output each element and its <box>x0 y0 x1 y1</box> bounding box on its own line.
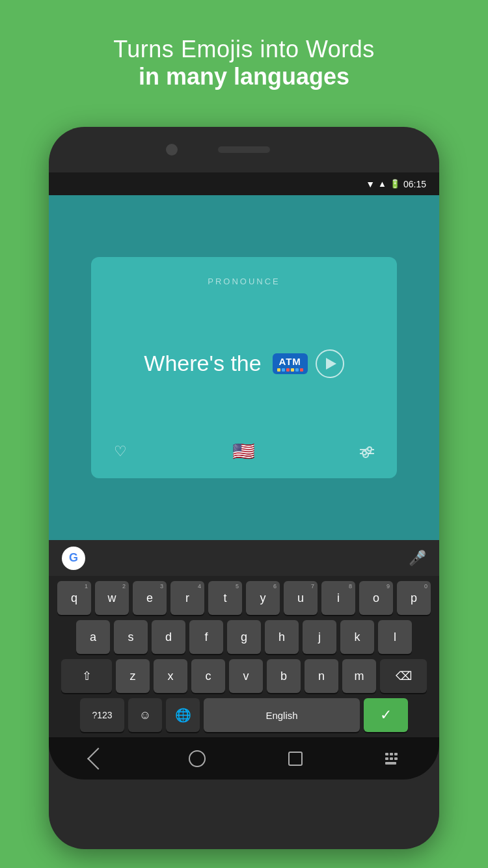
key-p[interactable]: p0 <box>397 581 431 615</box>
nav-recents-button[interactable] <box>288 752 303 766</box>
key-i[interactable]: i8 <box>321 581 355 615</box>
phone-frame: ▼ ▲ 🔋 06:15 PRONOUNCE Where's the ATM <box>49 127 439 849</box>
key-y[interactable]: y6 <box>246 581 280 615</box>
pronounce-card: PRONOUNCE Where's the ATM <box>91 257 397 478</box>
header-line1: Turns Emojis into Words <box>0 36 488 63</box>
keyboard: q1 w2 e3 r4 t5 y6 u7 i8 o9 p0 a s d f g … <box>49 576 439 737</box>
key-e[interactable]: e3 <box>133 581 167 615</box>
key-z[interactable]: z <box>116 659 150 693</box>
atm-dot-4 <box>291 368 294 372</box>
shift-key[interactable]: ⇧ <box>61 659 112 693</box>
key-b[interactable]: b <box>267 659 301 693</box>
settings-line-1 <box>360 449 374 450</box>
settings-button[interactable] <box>360 449 374 454</box>
google-logo: G <box>62 547 85 570</box>
card-content: Where's the ATM <box>144 349 344 378</box>
atm-dot-1 <box>277 368 280 372</box>
phone-nav <box>49 737 439 780</box>
space-key[interactable]: English <box>204 698 360 732</box>
atm-dot-5 <box>295 368 299 372</box>
key-n[interactable]: n <box>305 659 338 693</box>
key-f[interactable]: f <box>189 620 223 654</box>
key-g[interactable]: g <box>227 620 261 654</box>
enter-key[interactable]: ✓ <box>364 698 408 732</box>
battery-icon: 🔋 <box>390 179 400 189</box>
key-a[interactable]: a <box>76 620 110 654</box>
bottom-row: ?123 ☺ 🌐 English ✓ <box>52 698 436 732</box>
key-row-1: q1 w2 e3 r4 t5 y6 u7 i8 o9 p0 <box>52 581 436 615</box>
front-camera <box>166 144 178 156</box>
favorite-button[interactable]: ♡ <box>114 443 127 460</box>
phone-speaker <box>218 146 270 153</box>
atm-dot-3 <box>286 368 290 372</box>
emoji-key[interactable]: ☺ <box>128 698 162 732</box>
atm-dot-6 <box>300 368 303 372</box>
status-icons: ▼ ▲ 🔋 06:15 <box>366 179 426 189</box>
gboard-toolbar: G 🎤 <box>49 540 439 576</box>
phone-top <box>49 127 439 172</box>
key-j[interactable]: j <box>303 620 336 654</box>
num-sym-key[interactable]: ?123 <box>80 698 124 732</box>
microphone-button[interactable]: 🎤 <box>409 550 426 567</box>
time-display: 06:15 <box>403 179 426 189</box>
key-l[interactable]: l <box>378 620 412 654</box>
key-row-2: a s d f g h j k l <box>52 620 436 654</box>
key-w[interactable]: w2 <box>95 581 129 615</box>
nav-keyboard-button[interactable] <box>385 753 398 765</box>
key-row-3: ⇧ z x c v b n m ⌫ <box>52 659 436 693</box>
play-button[interactable] <box>316 349 344 378</box>
card-phrase: Where's the <box>144 351 261 376</box>
app-screen: PRONOUNCE Where's the ATM <box>49 195 439 540</box>
card-label: PRONOUNCE <box>208 277 280 286</box>
key-r[interactable]: r4 <box>170 581 204 615</box>
atm-dot-2 <box>282 368 285 372</box>
key-u[interactable]: u7 <box>284 581 318 615</box>
card-bottom: ♡ 🇺🇸 <box>104 441 384 462</box>
key-k[interactable]: k <box>340 620 374 654</box>
signal-icon: ▲ <box>378 179 386 189</box>
key-o[interactable]: o9 <box>359 581 393 615</box>
key-d[interactable]: d <box>152 620 185 654</box>
atm-dots <box>277 368 303 372</box>
nav-home-button[interactable] <box>189 750 206 767</box>
globe-key[interactable]: 🌐 <box>166 698 200 732</box>
key-t[interactable]: t5 <box>208 581 242 615</box>
key-h[interactable]: h <box>265 620 299 654</box>
key-v[interactable]: v <box>229 659 263 693</box>
atm-text: ATM <box>278 356 301 367</box>
key-x[interactable]: x <box>154 659 187 693</box>
play-icon <box>326 358 336 370</box>
key-m[interactable]: m <box>342 659 376 693</box>
key-q[interactable]: q1 <box>57 581 91 615</box>
backspace-key[interactable]: ⌫ <box>380 659 427 693</box>
key-s[interactable]: s <box>114 620 148 654</box>
wifi-icon: ▼ <box>366 179 375 189</box>
status-bar: ▼ ▲ 🔋 06:15 <box>49 172 439 195</box>
nav-back-button[interactable] <box>87 748 109 770</box>
header-section: Turns Emojis into Words in many language… <box>0 0 488 90</box>
header-line2: in many languages <box>0 63 488 90</box>
keyboard-area: G 🎤 q1 w2 e3 r4 t5 y6 u7 i8 o9 p0 a s <box>49 540 439 737</box>
language-flag[interactable]: 🇺🇸 <box>232 441 255 462</box>
atm-icon: ATM <box>273 353 308 374</box>
settings-line-2 <box>360 453 374 454</box>
key-c[interactable]: c <box>191 659 225 693</box>
